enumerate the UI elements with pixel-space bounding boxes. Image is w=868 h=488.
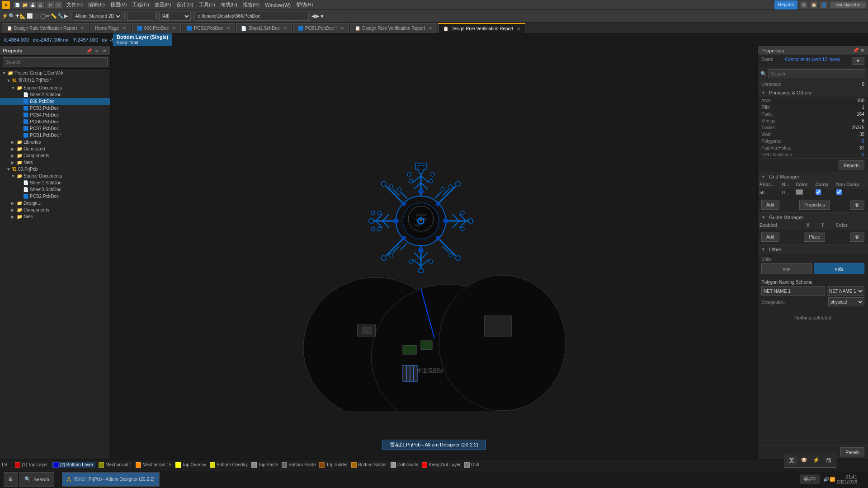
mm-button[interactable]: mm bbox=[761, 263, 812, 274]
tree-design2[interactable]: ▶ 📁 Design... bbox=[0, 200, 110, 206]
grid-manager-header[interactable]: ▼ Grid Manager bbox=[758, 172, 868, 181]
search-input[interactable] bbox=[3, 57, 108, 66]
pcb-canvas[interactable]: LOGO bbox=[111, 46, 757, 459]
net-dropdown[interactable]: NET NAME 1 bbox=[827, 286, 864, 296]
mils-button[interactable]: mils bbox=[814, 263, 864, 274]
menu-help[interactable]: 帮助(H) bbox=[293, 0, 316, 9]
tb-icon10[interactable]: 🔧 bbox=[57, 13, 64, 19]
tab-drc3[interactable]: 📋 Design Rule Verification Report ✕ bbox=[438, 23, 525, 33]
tree-pcb2[interactable]: 🟦 PCB2.PcbDoc bbox=[0, 193, 110, 200]
tab-sheet2[interactable]: 📄 Sheet2.SchDoc ✕ bbox=[236, 23, 292, 33]
ime-chinese[interactable]: 简 bbox=[823, 456, 834, 465]
comp-checkbox[interactable] bbox=[816, 189, 821, 195]
tree-comp1[interactable]: ▶ 📁 Components bbox=[0, 152, 110, 159]
tree-pcb1[interactable]: 🟦 PCB1.PcbDoc * bbox=[0, 132, 110, 139]
layer-top-paste[interactable]: Top Paste bbox=[251, 462, 278, 468]
tree-pcb6[interactable]: 🟦 PCB6.PcbDoc bbox=[0, 118, 110, 125]
menu-place[interactable]: 放置(P) bbox=[152, 0, 174, 9]
grid-properties-button[interactable]: Properties bbox=[799, 200, 830, 210]
layer-keepout[interactable]: Keep-Out Layer bbox=[422, 462, 461, 468]
layer-top-overlay[interactable]: Top Overlay bbox=[175, 462, 206, 468]
tab-close[interactable]: ✕ bbox=[226, 26, 230, 31]
layer-select[interactable]: (All) bbox=[159, 12, 191, 21]
menu-tools[interactable]: 工具(T) bbox=[196, 0, 218, 9]
primitives-header[interactable]: ▼ Primitives & Others bbox=[758, 88, 868, 97]
menu-file[interactable]: 文件(F) bbox=[64, 0, 85, 9]
tree-nets2[interactable]: ▶ 📁 Nets bbox=[0, 213, 110, 220]
layer-mech15[interactable]: Mechanical 15 bbox=[136, 462, 171, 468]
redo-icon[interactable]: ↪ bbox=[55, 1, 62, 9]
menu-reports[interactable]: 报告(R) bbox=[240, 0, 262, 9]
tab-close[interactable]: ✕ bbox=[340, 26, 344, 31]
tb-icon6[interactable]: ⬛ bbox=[33, 13, 40, 19]
share-button[interactable]: Reports bbox=[774, 0, 797, 9]
reports-button[interactable]: Reports bbox=[839, 160, 864, 170]
menu-project[interactable]: 工程(C) bbox=[129, 0, 151, 9]
tb-icon3[interactable]: ✚ bbox=[15, 13, 19, 19]
guide-add-button[interactable]: Add bbox=[761, 232, 779, 242]
save-icon[interactable]: 💾 bbox=[29, 1, 36, 9]
tree-sheet2[interactable]: 📄 Sheet2.SchDoc bbox=[0, 91, 110, 98]
tab-close[interactable]: ✕ bbox=[172, 26, 176, 31]
path-input[interactable] bbox=[196, 12, 309, 21]
menu-view[interactable]: 视图(V) bbox=[108, 0, 130, 9]
guide-delete-button[interactable]: 🗑 bbox=[850, 232, 864, 242]
view-preset-select[interactable]: Altium Standard 2D bbox=[73, 12, 122, 21]
net-name-input[interactable] bbox=[761, 286, 825, 296]
grid-delete-button[interactable]: 🗑 bbox=[850, 200, 864, 210]
panel-menu-icon[interactable]: ≡ bbox=[94, 47, 100, 54]
tb-icon7[interactable]: ◯ bbox=[40, 13, 46, 19]
net-filter-input[interactable] bbox=[127, 12, 154, 21]
menu-edit[interactable]: 编辑(E) bbox=[85, 0, 108, 9]
tree-comp2[interactable]: ▶ 📁 Components bbox=[0, 206, 110, 213]
noncomp-checkbox[interactable] bbox=[836, 189, 842, 195]
home-icon[interactable]: 🏠 bbox=[810, 1, 817, 9]
ime-indicator[interactable]: 英/中 bbox=[800, 474, 819, 484]
right-panel-close[interactable]: ✕ bbox=[860, 47, 864, 53]
tab-drc2[interactable]: 📋 Design Rule Verification Report ✕ bbox=[350, 23, 437, 33]
panel-close-icon[interactable]: ✕ bbox=[101, 47, 108, 54]
tree-src-docs1[interactable]: ▼ 📁 Source Documents bbox=[0, 84, 110, 91]
tree-sheet3[interactable]: 📄 Sheet3.SchDoc bbox=[0, 186, 110, 193]
tb-icon5[interactable]: ⬜ bbox=[27, 13, 33, 19]
user-icon[interactable]: 👤 bbox=[820, 1, 827, 9]
guide-manager-header[interactable]: ▼ Guide Manager bbox=[758, 213, 868, 222]
tree-sheet1[interactable]: 📄 Sheet1.SchDoc bbox=[0, 179, 110, 186]
grid-add-button[interactable]: Add bbox=[761, 200, 779, 210]
tab-666pcb[interactable]: 🟦 666.PcbDoc ✕ bbox=[132, 23, 181, 33]
tab-drc1[interactable]: 📋 Design Rule Verification Report ✕ bbox=[2, 23, 89, 33]
tree-src-docs2[interactable]: ▼ 📁 Source Documents bbox=[0, 173, 110, 179]
panels-button[interactable]: Panels bbox=[840, 447, 864, 457]
sign-in-icon[interactable]: Not Signed In bbox=[830, 1, 866, 9]
filter-icon[interactable]: ▼ bbox=[320, 14, 325, 19]
search-taskbar-button[interactable]: 🔍 Search bbox=[19, 472, 54, 487]
layer-bottom[interactable]: [2] Bottom Layer bbox=[52, 462, 95, 468]
tab-close[interactable]: ✕ bbox=[80, 26, 84, 31]
tb-icon9[interactable]: 📏 bbox=[51, 13, 57, 19]
tree-proj2[interactable]: ▼ 🏗 00.PrjPcb bbox=[0, 166, 110, 173]
tree-project-group[interactable]: ▼ 📁 Project Group 1.DsnWrk bbox=[0, 70, 110, 76]
designator-dropdown[interactable]: physical bbox=[828, 297, 864, 306]
tree-libs1[interactable]: ▶ 📁 Libraries bbox=[0, 139, 110, 145]
tree-pcb3[interactable]: 🟦 PCB3.PcbDoc bbox=[0, 105, 110, 112]
layer-top-solder[interactable]: Top Solder bbox=[319, 462, 348, 468]
tab-pcb1[interactable]: 🟦 PCB1.PcbDoc * ✕ bbox=[293, 23, 349, 33]
tab-close[interactable]: ✕ bbox=[517, 26, 520, 31]
print-icon[interactable]: 🖨 bbox=[37, 1, 44, 9]
tree-project1[interactable]: ▼ 🏗 雪花灯1.PrjPcb * bbox=[0, 76, 110, 84]
layer-bottom-paste[interactable]: Bottom Paste bbox=[282, 462, 316, 468]
open-icon[interactable]: 📂 bbox=[21, 1, 28, 9]
new-icon[interactable]: 📄 bbox=[14, 1, 21, 9]
tree-gen1[interactable]: ▶ 📁 Generated bbox=[0, 145, 110, 152]
ime-english[interactable]: 英 bbox=[786, 456, 797, 465]
other-header[interactable]: ▼ Other bbox=[758, 245, 868, 254]
layer-drill[interactable]: Drill bbox=[464, 462, 479, 468]
menu-design[interactable]: 设计(D) bbox=[174, 0, 196, 9]
tab-close[interactable]: ✕ bbox=[283, 26, 287, 31]
tab-close[interactable]: ✕ bbox=[123, 26, 126, 31]
tree-pcb4[interactable]: 🟦 PCB4.PcbDoc bbox=[0, 112, 110, 118]
tb-icon11[interactable]: ▶ bbox=[64, 13, 68, 19]
nav-back[interactable]: ◀ bbox=[311, 13, 315, 19]
layer-mech1[interactable]: Mechanical 1 bbox=[99, 462, 132, 468]
menu-route[interactable]: 布线(U) bbox=[218, 0, 240, 9]
